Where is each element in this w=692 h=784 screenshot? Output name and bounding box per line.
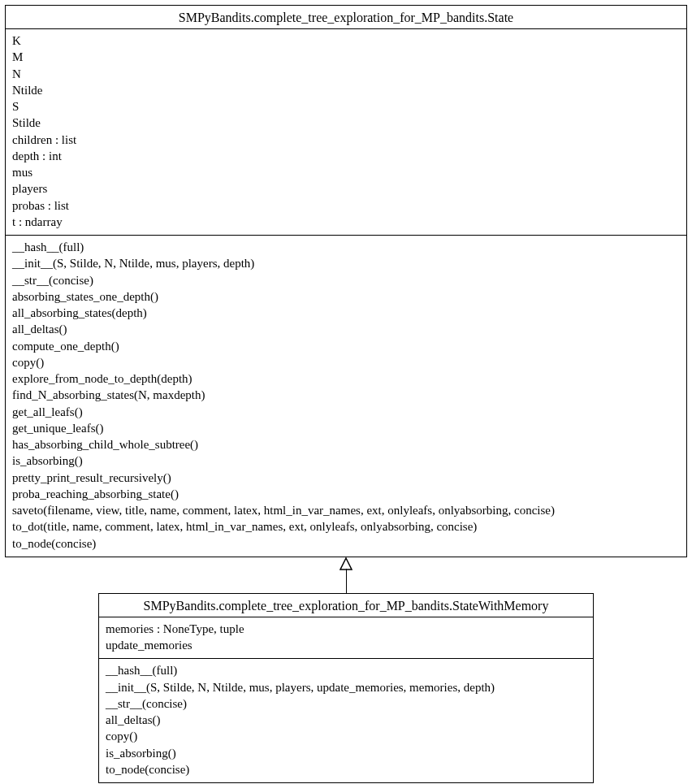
class-box-statewithmemory: SMPyBandits.complete_tree_exploration_fo… [98, 593, 594, 783]
class-methods-state: __hash__(full) __init__(S, Stilde, N, Nt… [6, 235, 686, 557]
method: get_unique_leafs() [12, 420, 680, 436]
method: find_N_absorbing_states(N, maxdepth) [12, 387, 680, 403]
attr: K [12, 32, 680, 49]
connector-line [346, 569, 347, 593]
attr: probas : list [12, 197, 680, 214]
method: to_node(concise) [12, 535, 680, 552]
method: all_deltas() [106, 712, 586, 728]
method: is_absorbing() [106, 745, 586, 761]
method: proba_reaching_absorbing_state() [12, 486, 680, 502]
method: __str__(concise) [106, 695, 586, 712]
method: to_node(concise) [106, 761, 586, 778]
method: to_dot(title, name, comment, latex, html… [12, 518, 680, 535]
attr: M [12, 49, 680, 65]
method: __init__(S, Stilde, N, Ntilde, mus, play… [106, 679, 586, 695]
attr: Ntilde [12, 82, 680, 98]
attr: mus [12, 164, 680, 180]
method: absorbing_states_one_depth() [12, 288, 680, 305]
method: is_absorbing() [12, 453, 680, 469]
method: copy() [12, 354, 680, 370]
class-box-state: SMPyBandits.complete_tree_exploration_fo… [5, 5, 687, 557]
method: __str__(concise) [12, 272, 680, 288]
method: compute_one_depth() [12, 338, 680, 354]
method: has_absorbing_child_whole_subtree() [12, 436, 680, 453]
attr: depth : int [12, 148, 680, 164]
method: get_all_leafs() [12, 404, 680, 420]
class-title-state: SMPyBandits.complete_tree_exploration_fo… [6, 6, 686, 29]
class-title-statewithmemory: SMPyBandits.complete_tree_exploration_fo… [99, 594, 593, 617]
attr: update_memories [106, 637, 586, 653]
svg-marker-0 [340, 558, 352, 570]
attr: players [12, 180, 680, 197]
class-attributes-state: K M N Ntilde S Stilde children : list de… [6, 29, 686, 235]
method: pretty_print_result_recursively() [12, 470, 680, 486]
method: __hash__(full) [12, 239, 680, 255]
uml-class-diagram: SMPyBandits.complete_tree_exploration_fo… [5, 5, 687, 783]
attr: t : ndarray [12, 214, 680, 230]
class-methods-statewithmemory: __hash__(full) __init__(S, Stilde, N, Nt… [99, 658, 593, 782]
class-attributes-statewithmemory: memories : NoneType, tuple update_memori… [99, 617, 593, 659]
attr: S [12, 98, 680, 115]
attr: memories : NoneType, tuple [106, 621, 586, 637]
method: all_deltas() [12, 321, 680, 337]
method: __init__(S, Stilde, N, Ntilde, mus, play… [12, 255, 680, 271]
method: __hash__(full) [106, 662, 586, 678]
attr: Stilde [12, 115, 680, 131]
attr: children : list [12, 132, 680, 148]
method: copy() [106, 728, 586, 744]
attr: N [12, 66, 680, 82]
method: all_absorbing_states(depth) [12, 305, 680, 321]
inheritance-connector [5, 557, 687, 593]
method: explore_from_node_to_depth(depth) [12, 370, 680, 387]
method: saveto(filename, view, title, name, comm… [12, 502, 680, 518]
